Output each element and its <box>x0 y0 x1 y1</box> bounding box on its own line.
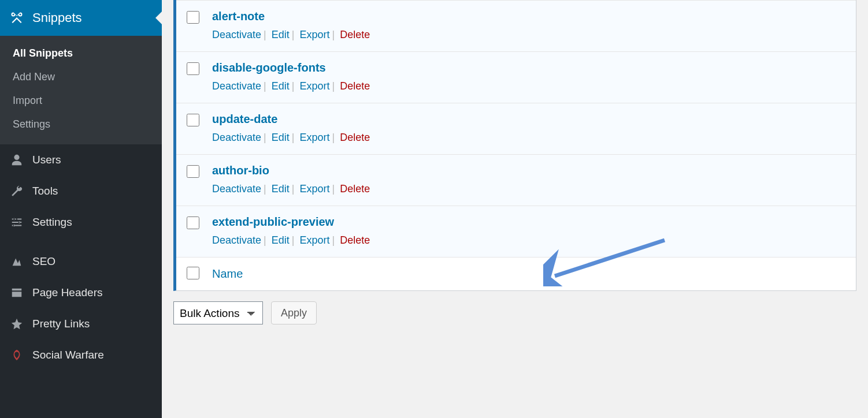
table-row: disable-google-fonts Deactivate| Edit| E… <box>176 51 856 103</box>
sidebar-item-label: Social Warfare <box>32 349 104 361</box>
row-actions: Deactivate| Edit| Export| Delete <box>212 80 845 92</box>
deactivate-link[interactable]: Deactivate <box>212 183 261 195</box>
wrench-icon <box>9 184 24 199</box>
export-link[interactable]: Export <box>299 132 329 143</box>
sidebar-item-pretty-links[interactable]: Pretty Links <box>0 308 162 339</box>
submenu-item-add-new[interactable]: Add New <box>0 65 162 89</box>
delete-link[interactable]: Delete <box>340 132 370 143</box>
select-all-checkbox[interactable] <box>187 267 199 279</box>
sliders-icon <box>9 215 24 230</box>
sidebar-item-page-headers[interactable]: Page Headers <box>0 277 162 308</box>
delete-link[interactable]: Delete <box>340 80 370 92</box>
submenu-item-import[interactable]: Import <box>0 89 162 113</box>
sidebar-item-tools[interactable]: Tools <box>0 176 162 207</box>
export-link[interactable]: Export <box>299 234 329 246</box>
column-header-name[interactable]: Name <box>212 267 243 281</box>
edit-link[interactable]: Edit <box>272 29 290 40</box>
submenu-item-settings[interactable]: Settings <box>0 113 162 136</box>
row-actions: Deactivate| Edit| Export| Delete <box>212 183 845 195</box>
admin-sidebar: Snippets All Snippets Add New Import Set… <box>0 0 162 418</box>
sidebar-item-label: Tools <box>32 185 58 197</box>
row-checkbox[interactable] <box>187 114 199 126</box>
main-content: alert-note Deactivate| Edit| Export| Del… <box>162 0 868 418</box>
row-checkbox[interactable] <box>187 165 199 178</box>
table-row: author-bio Deactivate| Edit| Export| Del… <box>176 154 856 206</box>
export-link[interactable]: Export <box>299 183 329 195</box>
bulk-actions-select[interactable]: Bulk Actions <box>173 301 263 324</box>
edit-link[interactable]: Edit <box>272 234 290 246</box>
sidebar-submenu: All Snippets Add New Import Settings <box>0 36 162 144</box>
seo-icon <box>9 254 24 269</box>
sidebar-item-label: Page Headers <box>32 286 102 299</box>
sidebar-item-social-warfare[interactable]: Social Warfare <box>0 339 162 371</box>
scissors-icon <box>9 10 24 25</box>
social-warfare-icon <box>9 348 24 363</box>
export-link[interactable]: Export <box>299 80 329 92</box>
table-row: extend-public-preview Deactivate| Edit| … <box>176 206 856 257</box>
snippet-title-link[interactable]: extend-public-preview <box>212 215 845 229</box>
row-actions: Deactivate| Edit| Export| Delete <box>212 234 845 247</box>
delete-link[interactable]: Delete <box>340 29 370 40</box>
snippet-title-link[interactable]: disable-google-fonts <box>212 61 845 74</box>
sidebar-item-settings[interactable]: Settings <box>0 207 162 238</box>
deactivate-link[interactable]: Deactivate <box>212 29 261 40</box>
sidebar-item-label: Users <box>32 154 61 166</box>
table-row: update-date Deactivate| Edit| Export| De… <box>176 103 856 154</box>
snippet-title-link[interactable]: update-date <box>212 113 845 126</box>
snippet-title-link[interactable]: alert-note <box>212 10 845 23</box>
export-link[interactable]: Export <box>299 29 329 40</box>
bulk-actions-bar: Bulk Actions Apply <box>173 301 856 324</box>
deactivate-link[interactable]: Deactivate <box>212 80 261 92</box>
snippet-title-link[interactable]: author-bio <box>212 164 845 177</box>
star-icon <box>9 316 24 331</box>
edit-link[interactable]: Edit <box>272 80 290 92</box>
sidebar-heading-label: Snippets <box>32 10 82 25</box>
edit-link[interactable]: Edit <box>272 132 290 143</box>
row-checkbox[interactable] <box>187 217 199 229</box>
sidebar-heading-snippets[interactable]: Snippets <box>0 0 162 36</box>
table-footer-row: Name <box>176 257 856 290</box>
row-checkbox[interactable] <box>187 62 199 75</box>
sidebar-item-label: SEO <box>32 255 55 268</box>
row-checkbox[interactable] <box>187 11 199 24</box>
submenu-item-all-snippets[interactable]: All Snippets <box>0 42 162 65</box>
sidebar-item-users[interactable]: Users <box>0 144 162 176</box>
table-row: alert-note Deactivate| Edit| Export| Del… <box>176 0 856 51</box>
deactivate-link[interactable]: Deactivate <box>212 234 261 246</box>
sidebar-item-label: Settings <box>32 216 72 229</box>
snippets-table: alert-note Deactivate| Edit| Export| Del… <box>173 0 856 291</box>
row-actions: Deactivate| Edit| Export| Delete <box>212 29 845 41</box>
apply-button[interactable]: Apply <box>271 301 317 324</box>
delete-link[interactable]: Delete <box>340 234 370 246</box>
sidebar-item-seo[interactable]: SEO <box>0 246 162 277</box>
deactivate-link[interactable]: Deactivate <box>212 132 261 143</box>
delete-link[interactable]: Delete <box>340 183 370 195</box>
row-actions: Deactivate| Edit| Export| Delete <box>212 132 845 144</box>
users-icon <box>9 152 24 167</box>
sidebar-item-label: Pretty Links <box>32 318 90 330</box>
calendar-icon <box>9 285 24 300</box>
edit-link[interactable]: Edit <box>272 183 290 195</box>
